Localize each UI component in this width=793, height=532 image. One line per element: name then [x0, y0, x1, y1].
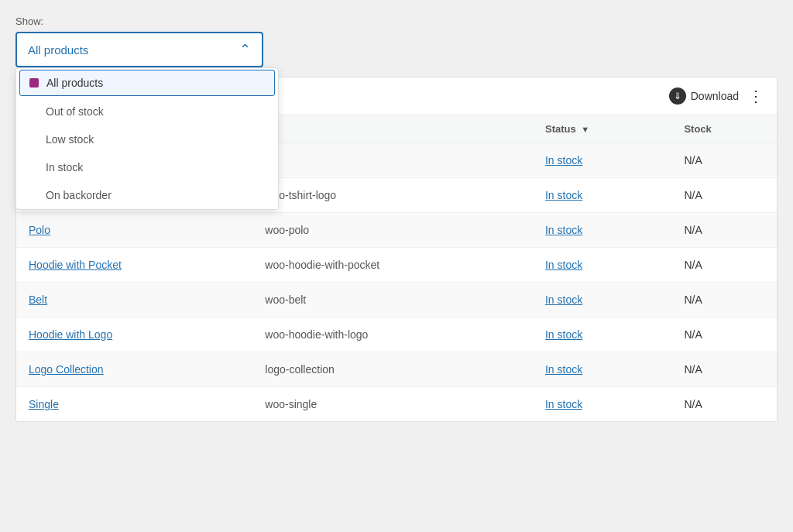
stock-cell: N/A [671, 352, 777, 387]
stock-cell: N/A [671, 213, 777, 248]
stock-cell: N/A [671, 283, 777, 317]
product-link[interactable]: Hoodie with Pocket [29, 259, 122, 271]
option-label: Low stock [46, 133, 94, 146]
status-link[interactable]: In stock [545, 328, 582, 341]
sku-cell: woo-single [252, 387, 533, 422]
download-button[interactable]: ⇓ Download [669, 88, 739, 105]
dropdown-trigger[interactable]: All products ⌃ [15, 32, 263, 67]
table-row: Singlewoo-singleIn stockN/A [16, 387, 777, 422]
option-dot [29, 78, 39, 88]
table-row: Hoodie with Pocketwoo-hoodie-with-pocket… [16, 248, 777, 283]
status-link[interactable]: In stock [545, 293, 582, 306]
product-filter-dropdown[interactable]: All products ⌃ All productsOut of stockL… [15, 32, 263, 67]
stock-cell: N/A [671, 178, 777, 213]
sku-cell: woo-hoodie-with-pocket [252, 248, 533, 283]
dropdown-selected-value: All products [28, 43, 88, 57]
table-actions: ⇓ Download ⋮ [669, 87, 764, 105]
option-label: Out of stock [46, 105, 104, 118]
stock-cell: N/A [671, 143, 777, 178]
product-link[interactable]: Logo Collection [29, 363, 104, 376]
sku-cell: woo-polo [252, 213, 533, 248]
sku-cell: logo-collection [252, 352, 533, 387]
col-stock: Stock [671, 115, 777, 143]
sku-cell: woo-tshirt-logo [252, 178, 533, 213]
product-link[interactable]: Single [29, 398, 59, 410]
show-label: Show: [15, 15, 778, 27]
option-label: On backorder [46, 189, 112, 201]
col-sku [252, 115, 533, 143]
more-options-icon[interactable]: ⋮ [748, 87, 764, 105]
table-row: Polowoo-poloIn stockN/A [16, 213, 777, 248]
dropdown-menu: All productsOut of stockLow stockIn stoc… [15, 67, 279, 210]
sku-cell: woo-belt [252, 283, 533, 317]
product-link[interactable]: Hoodie with Logo [29, 328, 112, 341]
sku-cell: woo-hoodie-with-logo [252, 317, 533, 352]
status-link[interactable]: In stock [545, 259, 582, 271]
dropdown-option-low-stock[interactable]: Low stock [16, 125, 278, 153]
table-row: Logo Collectionlogo-collectionIn stockN/… [16, 352, 777, 387]
chevron-up-icon: ⌃ [239, 41, 251, 58]
product-link[interactable]: Belt [29, 293, 47, 306]
table-row: Beltwoo-beltIn stockN/A [16, 283, 777, 317]
option-label: All products [46, 77, 103, 89]
dropdown-option-on-backorder[interactable]: On backorder [16, 181, 278, 209]
stock-cell: N/A [671, 317, 777, 352]
status-link[interactable]: In stock [545, 224, 582, 236]
download-label: Download [691, 90, 739, 102]
download-icon: ⇓ [669, 88, 686, 105]
product-link[interactable]: Polo [29, 224, 50, 236]
col-status[interactable]: Status ▼ [533, 115, 671, 143]
status-link[interactable]: In stock [545, 189, 582, 201]
status-link[interactable]: In stock [545, 398, 582, 410]
sku-cell [252, 143, 533, 178]
status-link[interactable]: In stock [545, 363, 582, 376]
table-row: Hoodie with Logowoo-hoodie-with-logoIn s… [16, 317, 777, 352]
option-label: In stock [46, 161, 83, 173]
dropdown-option-all[interactable]: All products [19, 70, 275, 96]
sort-icon: ▼ [581, 125, 589, 134]
dropdown-option-out-of-stock[interactable]: Out of stock [16, 98, 278, 125]
dropdown-option-in-stock[interactable]: In stock [16, 153, 278, 181]
stock-cell: N/A [671, 248, 777, 283]
status-link[interactable]: In stock [545, 154, 582, 166]
stock-cell: N/A [671, 387, 777, 422]
